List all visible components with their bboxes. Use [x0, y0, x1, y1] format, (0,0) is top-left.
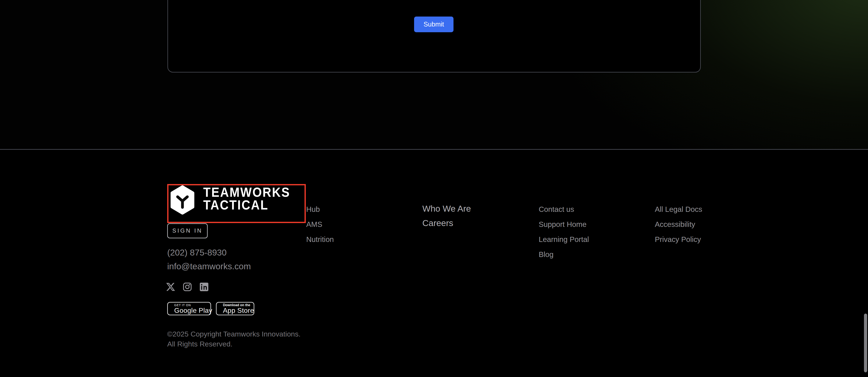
- brand-name-line2: TACTICAL: [203, 199, 290, 211]
- footer-link-hub[interactable]: Hub: [306, 205, 334, 214]
- footer-link-who-we-are[interactable]: Who We Are: [422, 204, 471, 214]
- footer-link-nutrition[interactable]: Nutrition: [306, 235, 334, 244]
- brand-logo[interactable]: TEAMWORKS TACTICAL: [167, 184, 306, 223]
- app-store-badge-text: Download on the App Store: [223, 303, 254, 314]
- app-store-badge[interactable]: Download on the App Store: [216, 302, 254, 315]
- footer-link-learning-portal[interactable]: Learning Portal: [539, 235, 589, 244]
- footer-nav-column-company: Who We Are Careers: [422, 204, 471, 228]
- email-link[interactable]: info@teamworks.com: [167, 261, 251, 271]
- store-badges: GET IT ON Google Play Download on the Ap…: [167, 302, 254, 315]
- footer-link-contact-us[interactable]: Contact us: [539, 205, 589, 214]
- form-card: [167, 0, 701, 72]
- footer-nav-column-legal: All Legal Docs Accessibility Privacy Pol…: [655, 205, 702, 244]
- brand-name-line1: TEAMWORKS: [203, 186, 290, 199]
- x-twitter-icon[interactable]: [166, 282, 176, 292]
- google-play-tagline: GET IT ON: [174, 303, 212, 307]
- footer-link-support-home[interactable]: Support Home: [539, 220, 589, 229]
- hexagon-y-logo-icon: [169, 185, 196, 215]
- page: Submit TEAMWORKS TACTICAL SIGN IN (202) …: [0, 0, 868, 377]
- copyright-line1: ©2025 Copyright Teamworks Innovations.: [167, 329, 301, 339]
- submit-button[interactable]: Submit: [414, 17, 454, 32]
- phone-link[interactable]: (202) 875-8930: [167, 248, 226, 258]
- linkedin-icon[interactable]: [199, 282, 209, 292]
- google-play-store-name: Google Play: [174, 307, 212, 314]
- scrollbar-thumb[interactable]: [864, 314, 867, 372]
- social-links: [166, 282, 209, 292]
- footer-link-ams[interactable]: AMS: [306, 220, 334, 229]
- footer-nav-column-support: Contact us Support Home Learning Portal …: [539, 205, 589, 259]
- copyright-text: ©2025 Copyright Teamworks Innovations. A…: [167, 329, 301, 349]
- google-play-badge-text: GET IT ON Google Play: [174, 303, 212, 314]
- brand-name: TEAMWORKS TACTICAL: [203, 186, 290, 211]
- footer-nav-column-products: Hub AMS Nutrition: [306, 205, 334, 244]
- instagram-icon[interactable]: [182, 282, 192, 292]
- sign-in-button[interactable]: SIGN IN: [167, 223, 208, 238]
- app-store-store-name: App Store: [223, 307, 254, 314]
- footer-link-accessibility[interactable]: Accessibility: [655, 220, 702, 229]
- copyright-line2: All Rights Reserved.: [167, 339, 301, 349]
- footer-link-careers[interactable]: Careers: [422, 218, 471, 228]
- footer-link-privacy-policy[interactable]: Privacy Policy: [655, 235, 702, 244]
- footer: TEAMWORKS TACTICAL SIGN IN (202) 875-893…: [0, 150, 868, 377]
- footer-link-all-legal-docs[interactable]: All Legal Docs: [655, 205, 702, 214]
- app-store-tagline: Download on the: [223, 303, 254, 307]
- google-play-badge[interactable]: GET IT ON Google Play: [167, 302, 211, 315]
- footer-link-blog[interactable]: Blog: [539, 250, 589, 259]
